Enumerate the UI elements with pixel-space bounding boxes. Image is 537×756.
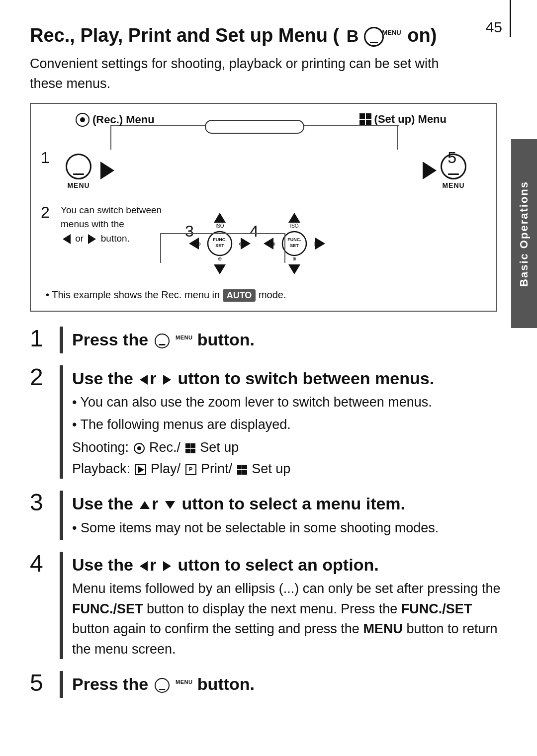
step-1-num: 1 — [30, 327, 60, 350]
arrow-down-step3 — [165, 501, 175, 509]
diag-menu-circle-right — [441, 154, 466, 179]
step-4-or: r — [150, 555, 156, 574]
diag-bottom-note: • This example shows the Rec. menu in AU… — [46, 289, 286, 302]
bottom-note-text: • This example shows the Rec. menu in — [46, 289, 220, 300]
side-tab-text: Basic Operations — [518, 181, 531, 287]
subtitle-line2: these menus. — [30, 76, 110, 91]
title-text-main: Rec., Play, Print and Set up Menu ( — [30, 25, 339, 46]
step-4-title: Use the r utton to select an option. — [72, 554, 507, 576]
step-2-bullet-2: The following menus are displayed. — [72, 415, 507, 435]
svg-text:SET: SET — [290, 243, 299, 248]
step-3-body: Some items may not be selectable in some… — [72, 518, 507, 538]
page-container: Basic Operations 45 Rec., Play, Print an… — [0, 0, 537, 756]
setup-menu-label-text: (Set up) Menu — [374, 113, 447, 126]
step-3-title: Use the r utton to select a menu item. — [72, 493, 507, 514]
svg-text:⊕: ⊕ — [313, 241, 317, 247]
title-area: Rec., Play, Print and Set up Menu ( B ME… — [30, 25, 507, 47]
step-5-title: Press the MENU button. — [72, 673, 507, 695]
step-1-content: Press the MENU button. — [72, 327, 507, 353]
step-2-bullet-1-text: You can also use the zoom lever to switc… — [80, 395, 432, 410]
diag-menu-text-right: MENU — [442, 181, 464, 189]
step-2-menus-list: Shooting: Rec./ Set up Playback: — [72, 437, 507, 479]
arrow-right-step2 — [163, 375, 171, 385]
svg-marker-11 — [288, 213, 300, 223]
svg-text:FUNC.: FUNC. — [213, 237, 227, 242]
title-text-suffix: on) — [407, 25, 437, 46]
setup-icon-playback — [237, 465, 247, 475]
step-1-section: 1 Press the MENU button. — [30, 327, 507, 353]
step-2-title-suffix: utton to switch between menus. — [178, 369, 434, 388]
svg-text:⊕: ⊕ — [239, 241, 243, 247]
step-2-body: You can also use the zoom lever to switc… — [72, 392, 507, 479]
arrow-right-step4 — [163, 561, 171, 571]
menu-sub-label-step5: MENU — [176, 679, 192, 685]
menu-inline-btn-step5 — [155, 678, 170, 693]
arrow-up-step3 — [140, 501, 150, 509]
step-3-num: 3 — [30, 491, 60, 514]
menu-key: MENU — [363, 621, 403, 636]
rec-icon-shooting — [134, 443, 145, 454]
svg-marker-1 — [214, 264, 226, 274]
step-1-bar — [60, 327, 63, 353]
bottom-note-text2: mode. — [259, 289, 286, 300]
diag-num-1: 1 — [41, 149, 50, 167]
step-2-playback-line: Playback: Play/ P Print/ — [72, 459, 507, 479]
step-2-content: Use the r utton to switch between menus.… — [72, 365, 507, 479]
diag-setup-label: (Set up) Menu — [359, 113, 447, 126]
setup-icon-diag — [359, 113, 371, 125]
step-4-bar — [60, 552, 63, 659]
menu-inline-btn-step1 — [155, 334, 170, 348]
dpad-right: FUNC. SET ISO ⊕ ⊕ ⊕ — [260, 209, 329, 278]
step-4-num: 4 — [30, 552, 60, 576]
step-2-num: 2 — [30, 365, 60, 389]
step-2-shooting-line: Shooting: Rec./ Set up — [72, 437, 507, 458]
switch-arrows-inline: or button. — [61, 233, 130, 244]
svg-text:ISO: ISO — [290, 223, 298, 229]
step-5-bar — [60, 671, 63, 698]
diag-line-rec — [110, 125, 111, 150]
diagram-box: (Rec.) Menu (Set up) Menu 1 5 2 3 4 M — [30, 103, 497, 312]
step-2-section: 2 Use the r utton to switch between menu… — [30, 365, 507, 479]
svg-text:⊕: ⊕ — [218, 256, 222, 261]
step-3-section: 3 Use the r utton to select a menu item.… — [30, 491, 507, 540]
rec-menu-label-text: (Rec.) Menu — [92, 113, 155, 126]
step-2-title: Use the r utton to switch between menus. — [72, 367, 507, 389]
step-4-title-suffix: utton to select an option. — [178, 555, 378, 574]
play-triangle — [138, 466, 144, 473]
step-5-num: 5 — [30, 671, 60, 695]
diag-arrow-right-to-menu — [423, 162, 437, 179]
arrow-left-icon-diag — [63, 234, 71, 244]
step-3-bullet-1-text: Some items may not be selectable in some… — [81, 520, 439, 535]
diag-vertical-line-mid — [160, 233, 161, 263]
step-3-content: Use the r utton to select a menu item. S… — [72, 491, 507, 540]
diag-menu-text-left: MENU — [67, 181, 90, 189]
svg-text:⊕: ⊕ — [292, 256, 296, 261]
menu-sub-label-step1: MENU — [176, 335, 192, 340]
play-icon — [135, 464, 146, 475]
step-2-bullet-2-text: The following menus are displayed. — [80, 417, 290, 432]
step-2-or: r — [150, 369, 156, 388]
step-4-title-prefix: Use the — [72, 555, 133, 574]
diag-line-setup — [397, 125, 398, 150]
title-b-letter: B — [347, 26, 359, 45]
step-4-content: Use the r utton to select an option. Men… — [72, 552, 507, 659]
menu-button-icon-title — [364, 27, 384, 47]
dpad-left: FUNC. SET ISO ⊕ ⊕ ⊕ — [185, 209, 255, 278]
step-5-title-prefix: Press the — [72, 674, 148, 693]
step-4-paragraph: Menu items followed by an ellipsis (...)… — [72, 579, 507, 659]
svg-text:ISO: ISO — [215, 223, 224, 229]
func-set-key-2: FUNC./SET — [401, 601, 472, 616]
page-title: Rec., Play, Print and Set up Menu ( B ME… — [30, 25, 437, 47]
diag-horiz-line-mid — [160, 233, 220, 234]
diag-switch-text: You can switch between menus with the or… — [61, 203, 165, 246]
menu-sub-label-title: MENU — [382, 29, 401, 36]
setup-icon-shooting — [185, 443, 195, 453]
step-3-bullet-1: Some items may not be selectable in some… — [72, 518, 507, 538]
diag-menu-circle-left — [66, 154, 91, 179]
step-1-title: Press the MENU button. — [72, 329, 507, 350]
step-2-title-prefix: Use the — [72, 369, 133, 388]
step-3-title-prefix: Use the — [72, 494, 133, 513]
arrow-left-step2 — [140, 375, 148, 385]
svg-text:FUNC.: FUNC. — [287, 237, 301, 242]
switch-text-1: You can switch between menus with the — [61, 205, 162, 230]
